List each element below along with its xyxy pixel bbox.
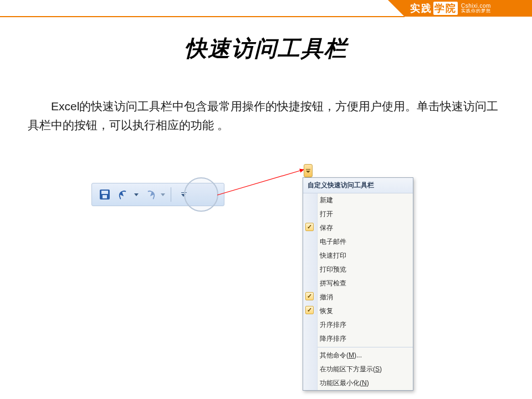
menu-items: 新建打开保存✓电子邮件快速打印打印预览拼写检查撤消✓恢复✓升序排序降序排序其他命… [318,193,413,390]
check-icon: ✓ [305,223,314,231]
customize-qat-chip[interactable] [304,164,313,177]
check-icon: ✓ [305,306,314,314]
menu-item[interactable]: 拼写检查 [318,277,413,290]
svg-line-0 [217,170,304,195]
brand-tagline: 实践你的梦想 [461,9,491,13]
brand-logo: 实践 学院 [410,2,458,15]
undo-icon [117,189,130,200]
brand-banner: 实践 学院 Cshixi.com 实践你的梦想 [405,0,532,17]
banner-slant [388,0,405,17]
menu-item[interactable]: 电子邮件 [318,235,413,249]
menu-item[interactable]: 功能区最小化(N) [318,376,413,390]
menu-item[interactable]: 在功能区下方显示(S) [318,362,413,376]
slide-title: 快速访问工具栏 [0,33,532,64]
redo-button[interactable] [143,187,157,202]
chevron-down-icon [181,194,186,197]
slide-body-text: Excel的快速访问工具栏中包含最常用操作的快捷按钮，方便用户使用。单击快速访问… [28,97,504,134]
undo-button[interactable] [116,187,131,202]
check-icon: ✓ [305,292,314,300]
menu-item[interactable]: 保存✓ [318,221,413,235]
menu-item[interactable]: 快速打印 [318,249,413,263]
menu-item[interactable]: 打开 [318,207,413,221]
customize-qat-button[interactable] [177,187,191,202]
brand-text-1: 实践 [410,2,432,15]
menu-item[interactable]: 降序排序 [318,332,413,346]
toolbar-divider [171,187,171,202]
callout-arrow [216,166,308,200]
redo-dropdown-icon[interactable] [161,193,165,196]
brand-subtext: Cshixi.com 实践你的梦想 [461,3,491,13]
menu-item[interactable]: 升序排序 [318,318,413,332]
save-icon [100,190,110,200]
redo-icon [144,189,156,200]
menu-item[interactable]: 恢复✓ [318,304,413,318]
brand-text-2: 学院 [433,2,458,15]
chevron-down-icon [306,171,310,173]
menu-item[interactable]: 撤消✓ [318,290,413,304]
menu-title: 自定义快速访问工具栏 [303,178,413,193]
menu-item[interactable]: 其他命令(M)... [318,349,413,362]
undo-dropdown-icon[interactable] [134,193,139,196]
save-button[interactable] [98,187,112,202]
menu-item[interactable]: 打印预览 [318,263,413,277]
quick-access-toolbar [91,183,224,206]
top-accent-line [0,16,405,17]
customize-qat-menu: 自定义快速访问工具栏 新建打开保存✓电子邮件快速打印打印预览拼写检查撤消✓恢复✓… [303,177,413,391]
menu-separator [318,347,413,347]
menu-item[interactable]: 新建 [318,193,413,207]
